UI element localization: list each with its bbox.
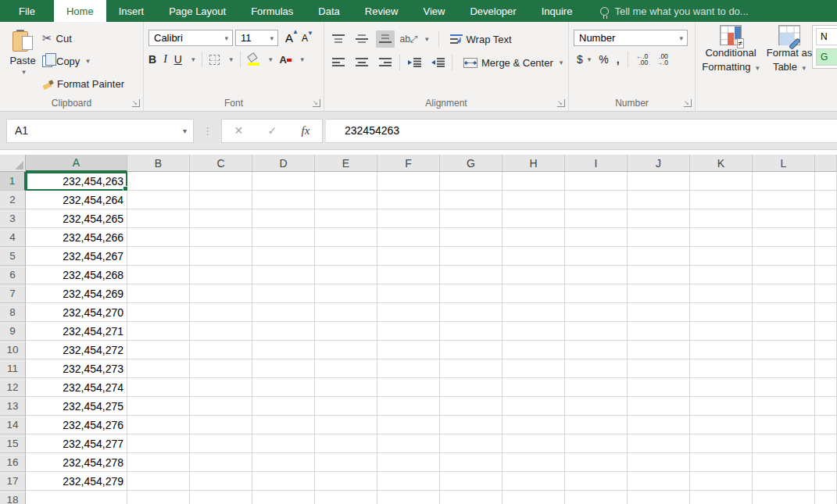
cell-B9[interactable] bbox=[127, 322, 190, 341]
cell-I18[interactable] bbox=[565, 491, 628, 504]
cell-K18[interactable] bbox=[690, 491, 753, 504]
accounting-dropdown-icon[interactable]: ▾ bbox=[588, 55, 592, 63]
align-right-button[interactable] bbox=[376, 54, 395, 71]
cell-F12[interactable] bbox=[377, 378, 440, 397]
comma-style-button[interactable]: , bbox=[617, 53, 620, 66]
accounting-format-button[interactable]: $ bbox=[577, 53, 583, 66]
cell-C5[interactable] bbox=[190, 247, 252, 266]
cell-partial[interactable] bbox=[815, 453, 837, 472]
tab-page-layout[interactable]: Page Layout bbox=[156, 0, 238, 22]
cell-C15[interactable] bbox=[190, 434, 252, 453]
cell-partial[interactable] bbox=[815, 434, 837, 453]
cell-L18[interactable] bbox=[753, 491, 815, 504]
cell-B6[interactable] bbox=[127, 266, 190, 284]
cell-partial[interactable] bbox=[815, 172, 837, 191]
cell-C13[interactable] bbox=[190, 397, 252, 416]
column-header-J[interactable]: J bbox=[628, 155, 690, 172]
cell-F15[interactable] bbox=[377, 434, 440, 453]
cell-A1[interactable]: 232,454,263 bbox=[26, 172, 127, 191]
tab-insert[interactable]: Insert bbox=[106, 0, 157, 22]
cell-L7[interactable] bbox=[753, 284, 815, 303]
cell-G4[interactable] bbox=[440, 228, 503, 247]
cell-styles-gallery[interactable]: N G bbox=[812, 25, 837, 69]
cell-C16[interactable] bbox=[190, 453, 252, 472]
cell-J12[interactable] bbox=[628, 378, 690, 397]
cell-J13[interactable] bbox=[628, 397, 690, 416]
cell-H6[interactable] bbox=[503, 266, 565, 284]
copy-button[interactable]: Copy ▾ bbox=[41, 52, 126, 70]
cell-K6[interactable] bbox=[690, 266, 753, 284]
top-align-button[interactable] bbox=[329, 30, 348, 48]
cell-A17[interactable]: 232,454,279 bbox=[26, 472, 127, 491]
cell-G10[interactable] bbox=[440, 341, 503, 359]
cell-B13[interactable] bbox=[127, 397, 190, 416]
cell-K10[interactable] bbox=[690, 341, 753, 359]
cancel-button[interactable]: ✕ bbox=[234, 124, 244, 137]
cell-B10[interactable] bbox=[127, 341, 190, 359]
cell-D3[interactable] bbox=[252, 209, 315, 228]
cell-A18[interactable] bbox=[26, 491, 127, 504]
tab-file[interactable]: File bbox=[0, 0, 54, 22]
cell-B15[interactable] bbox=[127, 434, 190, 453]
cell-K8[interactable] bbox=[690, 303, 753, 322]
row-header-4[interactable]: 4 bbox=[0, 228, 26, 247]
cell-E15[interactable] bbox=[315, 434, 377, 453]
cell-H15[interactable] bbox=[503, 434, 565, 453]
cell-D18[interactable] bbox=[252, 491, 315, 504]
cell-A10[interactable]: 232,454,272 bbox=[26, 341, 127, 359]
cell-C1[interactable] bbox=[190, 172, 252, 191]
font-size-dropdown-icon[interactable]: ▾ bbox=[265, 34, 277, 42]
formula-bar-resize-handle[interactable]: ⋮ bbox=[194, 125, 221, 137]
cell-B7[interactable] bbox=[127, 284, 190, 303]
cell-partial[interactable] bbox=[815, 378, 837, 397]
cell-I9[interactable] bbox=[565, 322, 628, 341]
column-header-H[interactable]: H bbox=[503, 155, 565, 172]
cell-B4[interactable] bbox=[127, 228, 190, 247]
cell-style-good[interactable]: G bbox=[816, 48, 837, 66]
cell-H5[interactable] bbox=[503, 247, 565, 266]
cell-E17[interactable] bbox=[315, 472, 377, 491]
cell-C12[interactable] bbox=[190, 378, 252, 397]
cell-H2[interactable] bbox=[503, 191, 565, 209]
insert-function-button[interactable]: fx bbox=[302, 124, 310, 138]
cell-G12[interactable] bbox=[440, 378, 503, 397]
cell-partial[interactable] bbox=[815, 322, 837, 341]
fill-color-button[interactable] bbox=[248, 54, 259, 66]
cell-B14[interactable] bbox=[127, 416, 190, 434]
decrease-font-size-button[interactable]: A▼ bbox=[302, 33, 308, 44]
merge-center-button[interactable]: Merge & Center ▾ bbox=[463, 57, 563, 69]
column-header-I[interactable]: I bbox=[565, 155, 628, 172]
select-all-button[interactable] bbox=[0, 155, 26, 172]
cell-B1[interactable] bbox=[127, 172, 190, 191]
borders-dropdown-icon[interactable]: ▾ bbox=[229, 55, 233, 63]
cell-K4[interactable] bbox=[690, 228, 753, 247]
font-name-combo[interactable]: Calibri ▾ bbox=[148, 30, 233, 46]
cell-D7[interactable] bbox=[252, 284, 315, 303]
cell-E18[interactable] bbox=[315, 491, 377, 504]
cell-C9[interactable] bbox=[190, 322, 252, 341]
cell-F2[interactable] bbox=[377, 191, 440, 209]
cell-G6[interactable] bbox=[440, 266, 503, 284]
cell-A16[interactable]: 232,454,278 bbox=[26, 453, 127, 472]
cell-H1[interactable] bbox=[503, 172, 565, 191]
cell-G16[interactable] bbox=[440, 453, 503, 472]
cell-G7[interactable] bbox=[440, 284, 503, 303]
cell-I6[interactable] bbox=[565, 266, 628, 284]
fill-color-dropdown-icon[interactable]: ▾ bbox=[269, 55, 273, 63]
cell-F10[interactable] bbox=[377, 341, 440, 359]
font-color-button[interactable]: A bbox=[280, 55, 292, 64]
cell-K1[interactable] bbox=[690, 172, 753, 191]
cell-partial[interactable] bbox=[815, 266, 837, 284]
cell-L3[interactable] bbox=[753, 209, 815, 228]
cell-partial[interactable] bbox=[815, 472, 837, 491]
number-dialog-launcher[interactable]: ↘ bbox=[684, 99, 692, 107]
format-as-table-button[interactable]: Format as Table ▾ bbox=[764, 25, 814, 95]
cell-F13[interactable] bbox=[377, 397, 440, 416]
cell-K13[interactable] bbox=[690, 397, 753, 416]
cell-H8[interactable] bbox=[503, 303, 565, 322]
cell-J15[interactable] bbox=[628, 434, 690, 453]
cell-C4[interactable] bbox=[190, 228, 252, 247]
number-format-dropdown-icon[interactable]: ▾ bbox=[674, 34, 687, 42]
cell-D1[interactable] bbox=[252, 172, 315, 191]
cell-A6[interactable]: 232,454,268 bbox=[26, 266, 127, 284]
